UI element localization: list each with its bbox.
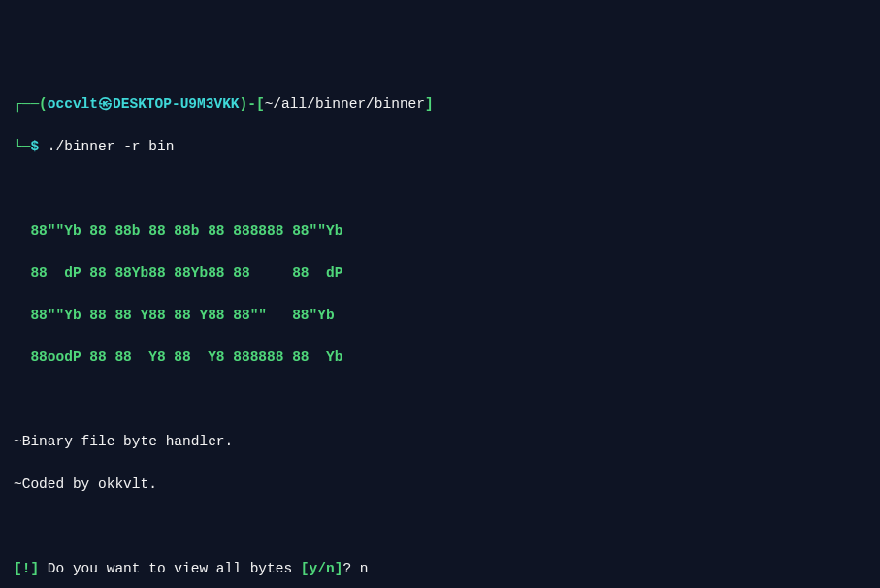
prompt-user: occvlt (48, 96, 98, 112)
qmark: ? (342, 561, 359, 576)
blank-line (14, 179, 866, 200)
at-icon: ㉿ (98, 96, 113, 112)
desc-line-1: ~Binary file byte handler. (14, 432, 866, 453)
corner-top-icon: ┌── (14, 96, 39, 112)
paren-open: ( (39, 96, 48, 112)
command-text: ./binner -r bin (48, 139, 175, 154)
view-answer: n (360, 561, 369, 576)
path-lbracket: [ (256, 96, 265, 112)
question-view-all[interactable]: [!] Do you want to view all bytes [y/n]?… (14, 559, 866, 580)
path-rbracket: ] (425, 96, 434, 112)
blank-line (14, 390, 866, 411)
paren-close: )- (240, 96, 256, 112)
blank-line (14, 516, 866, 538)
prompt-line-2[interactable]: └─$ ./binner -r bin (14, 137, 866, 158)
view-label: Do you want to view all bytes (39, 561, 301, 576)
ascii-art-row: 88oodP 88 88 Y8 88 Y8 888888 88 Yb (14, 347, 866, 369)
prompt-sigil: $ (30, 139, 39, 154)
hintl: [ (301, 561, 310, 576)
ascii-art-row: 88""Yb 88 88b 88 88b 88 888888 88""Yb (14, 221, 866, 243)
hint: y/n (310, 561, 335, 576)
ascii-art-row: 88__dP 88 88Yb88 88Yb88 88__ 88__dP (14, 263, 866, 284)
prompt-host: DESKTOP-U9M3VKK (113, 96, 240, 112)
prompt-line-1: ┌──(occvlt㉿DESKTOP-U9M3VKK)-[~/all/binne… (14, 94, 866, 115)
prompt-path: ~/all/binner/binner (265, 96, 425, 112)
desc-line-2: ~Coded by okkvlt. (14, 474, 866, 496)
ascii-art-row: 88""Yb 88 88 Y88 88 Y88 88"" 88"Yb (14, 306, 866, 327)
bang-marker: [!] (14, 561, 39, 576)
corner-bot-icon: └─ (14, 139, 30, 154)
